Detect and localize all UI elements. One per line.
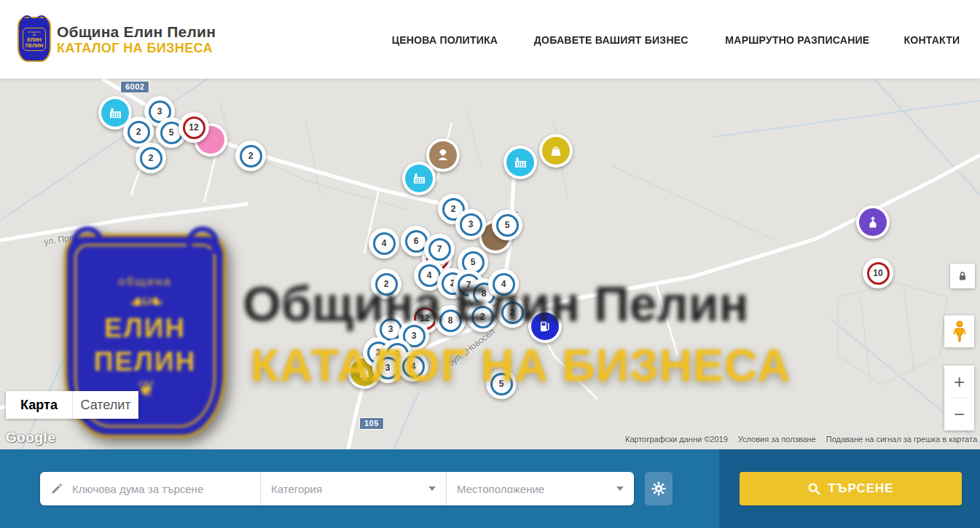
nav-item-маршрутно-разписание[interactable]: МАРШРУТНО РАЗПИСАНИЕ [726,34,870,46]
marker-cluster[interactable]: 5 [492,210,522,240]
site-title: Община Елин Пелин [57,23,216,41]
cluster-count: 5 [496,214,519,237]
attribution-link[interactable]: Условия за ползване [738,435,816,444]
church-icon [859,208,887,236]
main-nav: ЦЕНОВА ПОЛИТИКАДОБАВЕТЕ ВАШИЯТ БИЗНЕСМАР… [388,34,962,46]
brand[interactable]: община ❧ ЕЛИН ПЕЛИН Община Елин Пелин КА… [17,17,216,62]
cluster-count: 7 [428,238,451,261]
lock-icon [957,270,968,282]
google-logo[interactable]: Google [6,430,55,446]
marker-cluster[interactable]: 3 [455,209,486,240]
attribution-link[interactable]: Подаване на сигнал за грешка в картата [826,435,977,444]
map-pin-bag[interactable] [539,134,573,168]
factory-icon [405,165,433,192]
search-button-label: ТЪРСЕНЕ [828,481,893,496]
pencil-icon [50,482,63,495]
bag-icon [542,137,570,165]
zoom-out-button[interactable]: − [944,398,974,430]
marker-cluster[interactable]: 4 [369,228,399,259]
map-type-control: Карта Сателит [6,391,138,419]
category-value[interactable]: Категория [271,483,423,495]
map-type-map-button[interactable]: Карта [6,391,72,419]
cluster-count: 4 [373,232,396,255]
marker-cluster[interactable]: 2 [235,141,266,171]
gear-icon [651,481,666,496]
marker-cluster[interactable]: 12 [179,112,209,143]
search-button[interactable]: ТЪРСЕНЕ [740,472,962,505]
search-bar: Категория Местоположение [0,449,980,528]
page: ул. Преславбул. „Новоселци6002105 325122… [0,0,980,528]
cluster-count: 2 [128,121,150,143]
marker-cluster[interactable]: 2 [136,143,166,173]
search-fields: Категория Местоположение [40,472,634,505]
location-dropdown[interactable]: Местоположение [446,472,634,505]
map-type-satellite-button[interactable]: Сателит [72,391,138,419]
nav-item-ценова-политика[interactable]: ЦЕНОВА ПОЛИТИКА [392,34,498,46]
zoom-control: + − [944,366,974,430]
category-dropdown[interactable]: Категория [260,472,446,505]
attribution-text: Картографски данни ©2019 [625,435,728,444]
location-value[interactable]: Местоположение [457,483,611,495]
map-pin-church[interactable] [856,205,890,239]
search-icon [807,482,820,495]
cluster-count: 3 [460,213,482,236]
site-header: община ❧ ЕЛИН ПЕЛИН Община Елин Пелин КА… [0,0,980,79]
advanced-settings-button[interactable] [645,472,673,505]
factory-icon [101,99,129,127]
cluster-count: 12 [183,117,205,139]
municipality-logo: община ❧ ЕЛИН ПЕЛИН [17,17,51,62]
nav-item-контакти[interactable]: КОНТАКТИ [904,34,960,46]
map-attribution: Картографски данни ©2019Условия за ползв… [625,435,977,444]
logo-name-line2: ПЕЛИН [26,43,44,49]
cluster-count: 2 [240,145,262,168]
keyword-field[interactable] [40,472,260,505]
site-subtitle: КАТАЛОГ НА БИЗНЕСА [57,41,216,56]
zoom-in-button[interactable]: + [944,366,974,398]
lock-button[interactable] [950,264,975,288]
chevron-down-icon [428,486,436,491]
google-map[interactable]: ул. Преславбул. „Новоселци6002105 325122… [0,79,980,449]
pegman-button[interactable] [944,315,974,347]
watermark-subtitle: КАТАЛОГ НА БИЗНЕСА [251,339,885,391]
cluster-count: 2 [140,147,162,170]
factory-icon [506,149,534,176]
watermark-title: Община Елин Пелин [243,275,874,333]
map-pin-factory[interactable] [402,162,436,195]
keyword-input[interactable] [72,483,250,495]
road-badge: 105 [359,417,384,430]
nav-item-добавете-вашият-бизнес[interactable]: ДОБАВЕТЕ ВАШИЯТ БИЗНЕС [534,34,689,46]
worker-icon [429,141,457,169]
logo-name-line1: ЕЛИН [26,37,44,43]
pegman-icon [952,320,968,342]
chevron-down-icon [616,486,624,491]
road-badge: 6002 [120,81,149,93]
map-pin-factory[interactable] [503,146,537,179]
